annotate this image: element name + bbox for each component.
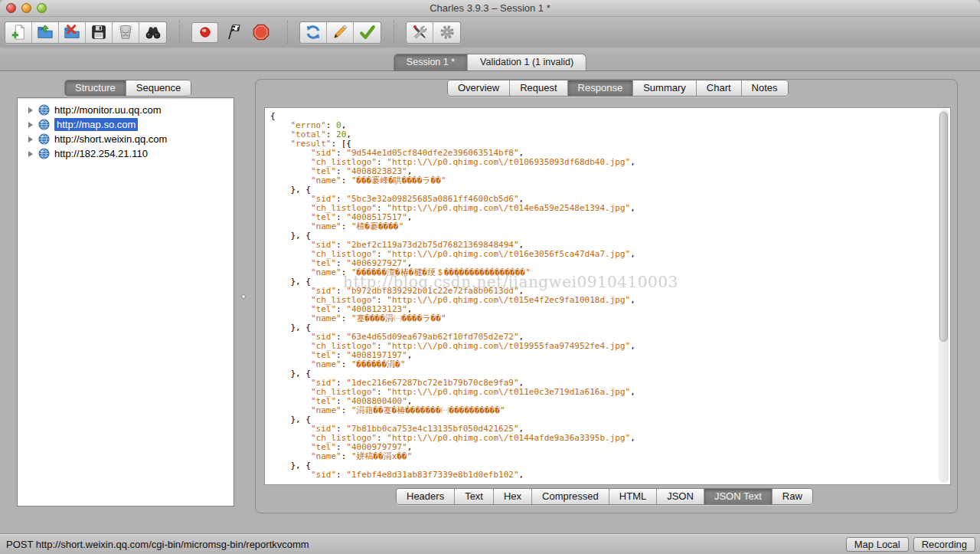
tab-validation-1[interactable]: Validation 1 (1 invalid) (468, 54, 586, 70)
tree-item-map-so-com[interactable]: http://map.so.com (18, 117, 234, 132)
repeat-button[interactable] (300, 22, 327, 43)
splitter-handle[interactable] (241, 294, 246, 299)
record-button[interactable] (191, 22, 218, 43)
host-url: http://map.so.com (54, 118, 138, 131)
recording-button[interactable]: Recording (913, 537, 975, 552)
tab-summary[interactable]: Summary (633, 80, 697, 96)
host-url: http://monitor.uu.qq.com (54, 104, 161, 116)
save-icon (90, 24, 107, 41)
tree-item-short-weixin-qq-com[interactable]: http://short.weixin.qq.com (18, 132, 234, 146)
refresh-icon (305, 24, 322, 41)
new-session-button[interactable] (5, 22, 32, 43)
globe-icon (38, 104, 50, 116)
response-body-panel: { "errno": 0, "total": 20, "result": [{ … (264, 107, 951, 485)
new-session-icon (10, 24, 27, 41)
status-bar: POST http://short.weixin.qq.com/cgi-bin/… (0, 533, 980, 554)
tools-icon (411, 24, 428, 41)
settings-button[interactable] (433, 22, 460, 43)
find-button[interactable] (139, 22, 166, 43)
response-format-tabs: Headers Text Hex Compressed HTML JSON JS… (396, 488, 813, 505)
tab-text[interactable]: Text (455, 489, 494, 504)
trash-icon (117, 24, 134, 41)
open-folder-icon (37, 24, 54, 41)
tab-sequence[interactable]: Sequence (126, 80, 191, 96)
session-toolbar-group (5, 21, 167, 44)
session-tabs: Session 1 * Validation 1 (1 invalid) (394, 54, 586, 70)
validate-button[interactable] (354, 22, 381, 43)
map-local-button[interactable]: Map Local (846, 537, 909, 552)
toolbar-separator (179, 21, 187, 44)
tab-json[interactable]: JSON (657, 489, 704, 504)
tab-html[interactable]: HTML (609, 489, 657, 504)
tab-structure[interactable]: Structure (65, 80, 126, 96)
window-title: Charles 3.9.3 – Session 1 * (0, 2, 980, 14)
save-session-button[interactable] (86, 22, 113, 43)
vertical-scrollbar[interactable] (939, 110, 949, 483)
response-json-text: { "errno": 0, "total": 20, "result": [{ … (270, 112, 936, 483)
throttle-button[interactable] (218, 22, 247, 43)
tab-hex[interactable]: Hex (494, 489, 532, 504)
tab-compressed[interactable]: Compressed (532, 489, 609, 504)
globe-icon (38, 119, 50, 130)
check-icon (359, 24, 376, 41)
edit-button[interactable] (327, 22, 354, 43)
tab-raw[interactable]: Raw (773, 489, 812, 504)
edit-toolbar-group (299, 21, 381, 44)
pencil-icon (332, 24, 348, 41)
scrollbar-thumb[interactable] (939, 112, 948, 342)
tab-overview[interactable]: Overview (448, 80, 510, 96)
last-request-status: POST http://short.weixin.qq.com/cgi-bin/… (6, 539, 309, 550)
record-icon (198, 25, 213, 40)
detail-view-tabs: Overview Request Response Summary Chart … (447, 80, 789, 97)
tab-notes[interactable]: Notes (742, 80, 788, 96)
tab-chart[interactable]: Chart (697, 80, 742, 96)
close-session-button[interactable] (59, 22, 86, 43)
tab-session-1[interactable]: Session 1 * (394, 54, 468, 70)
tab-response[interactable]: Response (568, 80, 634, 96)
structure-tree-panel: http://monitor.uu.qq.com http://map.so.c… (17, 97, 234, 506)
tools-button[interactable] (407, 22, 433, 43)
tree-item-monitor-uu-qq-com[interactable]: http://monitor.uu.qq.com (18, 103, 234, 117)
disclosure-triangle-icon[interactable] (28, 122, 33, 128)
disclosure-triangle-icon[interactable] (28, 151, 33, 157)
tab-headers[interactable]: Headers (397, 489, 455, 504)
host-url: http://182.254.21.110 (54, 148, 148, 159)
toolbar (0, 17, 980, 48)
close-folder-icon (64, 24, 80, 41)
disclosure-triangle-icon[interactable] (28, 136, 33, 143)
gear-icon (439, 24, 456, 41)
globe-icon (38, 148, 50, 159)
tab-request[interactable]: Request (510, 80, 567, 96)
settings-toolbar-group (406, 21, 461, 44)
tab-json-text[interactable]: JSON Text (704, 489, 773, 504)
session-tab-strip: Session 1 * Validation 1 (1 invalid) (0, 48, 980, 71)
disclosure-triangle-icon[interactable] (28, 107, 33, 113)
stop-octagon-icon (252, 23, 270, 41)
title-bar: Charles 3.9.3 – Session 1 * (0, 0, 980, 17)
tree-item-182-254-21-110[interactable]: http://182.254.21.110 (18, 146, 234, 161)
open-session-button[interactable] (32, 22, 59, 43)
globe-icon (38, 133, 50, 145)
checkered-flag-icon (224, 23, 242, 41)
binoculars-icon (145, 24, 162, 41)
stop-button[interactable] (247, 22, 275, 43)
toolbar-separator (287, 21, 295, 44)
sidebar-view-tabs: Structure Sequence (64, 80, 191, 97)
host-url: http://short.weixin.qq.com (54, 133, 167, 145)
clear-session-button[interactable] (113, 22, 139, 43)
toolbar-separator (394, 21, 401, 44)
